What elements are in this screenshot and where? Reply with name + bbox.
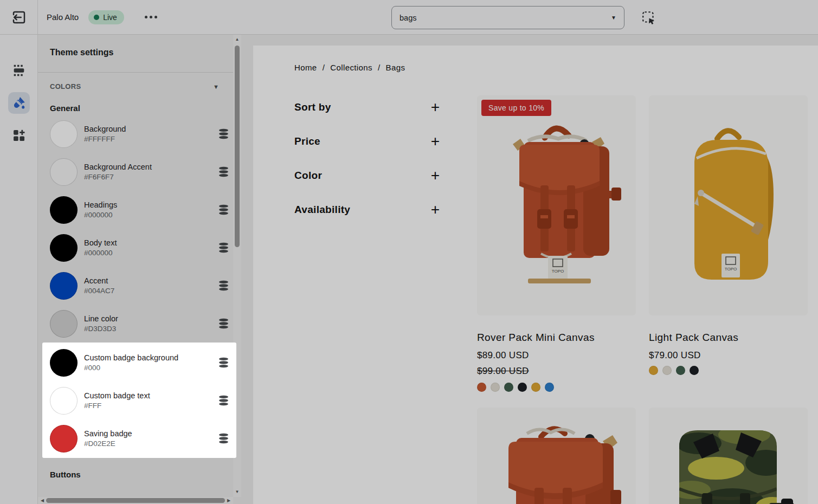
product-title[interactable]: Rover Pack Mini Canvas: [477, 332, 640, 344]
product-card-orange-backpack[interactable]: [477, 408, 636, 504]
color-option-dot[interactable]: [531, 383, 540, 392]
breadcrumb-home[interactable]: Home: [294, 63, 317, 72]
chevron-down-icon: ▼: [611, 15, 616, 21]
product-card-light-pack[interactable]: TOPO: [649, 95, 808, 315]
color-label: Custom badge text: [84, 391, 211, 400]
color-setting-row-custom-badge-text[interactable]: Custom badge text#FFF: [50, 382, 229, 419]
color-swatch[interactable]: [50, 120, 78, 148]
color-swatch[interactable]: [50, 310, 78, 338]
color-hex-value: #000000: [84, 249, 211, 257]
color-setting-row-headings[interactable]: Headings#000000: [50, 191, 229, 229]
color-label: Accent: [84, 276, 211, 285]
color-swatch[interactable]: [50, 196, 78, 224]
color-options: [477, 383, 640, 392]
color-setting-row-background[interactable]: Background#FFFFFF: [50, 115, 229, 153]
dynamic-source-icon[interactable]: [218, 204, 229, 215]
dynamic-source-icon[interactable]: [218, 318, 229, 329]
more-actions-button[interactable]: [141, 12, 160, 22]
theme-meta: Palo Alto Live: [47, 0, 160, 34]
color-setting-row-background-accent[interactable]: Background Accent#F6F6F7: [50, 153, 229, 191]
general-group-label: General: [50, 91, 233, 115]
color-swatch[interactable]: [50, 387, 78, 415]
theme-settings-panel: Theme settings COLORS ▼ General Backgrou…: [38, 35, 233, 497]
color-swatch[interactable]: [50, 349, 78, 377]
dynamic-source-icon[interactable]: [218, 433, 229, 444]
color-setting-row-body-text[interactable]: Body text#000000: [50, 229, 229, 267]
color-hex-value: #FFFFFF: [84, 135, 211, 143]
color-label: Saving badge: [84, 429, 211, 438]
filter-sort-by[interactable]: Sort by +: [294, 96, 440, 118]
color-label: Line color: [84, 314, 211, 323]
scroll-down-arrow-icon[interactable]: ▼: [233, 488, 241, 496]
inspect-element-button[interactable]: [641, 10, 658, 26]
dot-icon: [154, 16, 157, 18]
color-label: Background: [84, 125, 211, 133]
color-label: Background Accent: [84, 163, 211, 171]
theme-settings-icon: [11, 95, 27, 111]
product-image-rover-pack: TOPO: [477, 95, 636, 315]
color-option-dot[interactable]: [491, 383, 500, 392]
color-option-dot[interactable]: [518, 383, 527, 392]
filter-price[interactable]: Price +: [294, 131, 440, 152]
color-option-dot[interactable]: [504, 383, 513, 392]
color-options: [649, 366, 811, 375]
product-title[interactable]: Light Pack Canvas: [649, 332, 811, 344]
sections-tab-button[interactable]: [8, 60, 30, 81]
color-setting-row-saving-badge[interactable]: Saving badge#D02E2E: [50, 419, 229, 457]
color-option-dot[interactable]: [545, 383, 554, 392]
vertical-scroll-thumb[interactable]: [235, 46, 240, 247]
breadcrumb-bags[interactable]: Bags: [386, 63, 405, 72]
horizontal-scroll-thumb[interactable]: [46, 498, 225, 503]
color-setting-row-line-color[interactable]: Line color#D3D3D3: [50, 305, 229, 343]
theme-settings-tab-button[interactable]: [8, 92, 30, 114]
dynamic-source-icon[interactable]: [218, 357, 229, 368]
product-price: $89.00 USD: [477, 350, 640, 361]
dynamic-source-icon[interactable]: [218, 128, 229, 139]
sale-badge: Save up to 10%: [481, 100, 551, 116]
product-image-orange-backpack: [477, 408, 636, 504]
product-info-light-pack: Light Pack Canvas $79.00 USD: [649, 332, 811, 375]
color-hex-value: #000: [84, 364, 211, 372]
page-selector-value: bags: [400, 14, 611, 22]
exit-editor-button[interactable]: [10, 8, 28, 27]
breadcrumb-separator: /: [323, 63, 325, 72]
color-option-dot[interactable]: [690, 366, 699, 375]
scroll-right-arrow-icon[interactable]: ▶: [225, 497, 233, 504]
scroll-up-arrow-icon[interactable]: ▲: [233, 36, 241, 43]
color-swatch[interactable]: [50, 425, 78, 453]
filter-availability[interactable]: Availability +: [294, 199, 440, 221]
filter-color[interactable]: Color +: [294, 165, 440, 186]
dynamic-source-icon[interactable]: [218, 166, 229, 177]
dynamic-source-icon[interactable]: [218, 242, 229, 253]
element-selector-icon: [641, 10, 656, 25]
sections-icon: [11, 63, 27, 78]
breadcrumb-collections[interactable]: Collections: [330, 63, 372, 72]
scroll-left-arrow-icon[interactable]: ◀: [38, 497, 46, 504]
page-selector-dropdown[interactable]: bags ▼: [391, 6, 624, 29]
color-swatch[interactable]: [50, 234, 78, 262]
color-option-dot[interactable]: [477, 383, 486, 392]
apps-tab-button[interactable]: [8, 125, 30, 146]
color-hex-value: #D02E2E: [84, 440, 211, 448]
color-option-dot[interactable]: [676, 366, 685, 375]
product-image-camo-backpack: [649, 408, 808, 504]
color-option-dot[interactable]: [662, 366, 672, 375]
dynamic-source-icon[interactable]: [218, 395, 229, 406]
color-hex-value: #FFF: [84, 402, 211, 410]
chevron-down-icon[interactable]: ▼: [213, 83, 219, 90]
filter-sidebar: Sort by + Price + Color + Availability +: [294, 96, 440, 233]
color-setting-row-accent[interactable]: Accent#004AC7: [50, 267, 229, 305]
panel-horizontal-scrollbar[interactable]: ◀ ▶: [38, 497, 233, 504]
product-card-camo-backpack[interactable]: [649, 408, 808, 504]
product-compare-price: $99.00 USD: [477, 366, 640, 377]
color-option-dot[interactable]: [649, 366, 658, 375]
dynamic-source-icon[interactable]: [218, 280, 229, 291]
color-swatch[interactable]: [50, 158, 78, 186]
color-swatch[interactable]: [50, 272, 78, 300]
color-hex-value: #F6F6F7: [84, 173, 211, 181]
product-card-rover-pack[interactable]: Save up to 10%: [477, 95, 636, 315]
plus-icon: +: [431, 136, 440, 147]
color-label: Body text: [84, 238, 211, 247]
color-setting-row-custom-badge-background[interactable]: Custom badge background#000: [50, 344, 229, 382]
divider: [38, 72, 233, 73]
